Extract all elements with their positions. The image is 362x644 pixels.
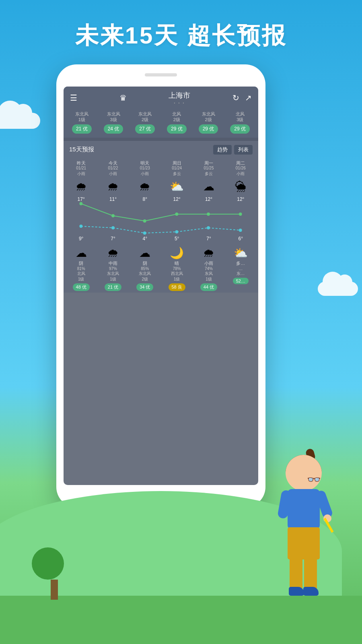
day-weather-4: 多云 bbox=[193, 171, 224, 177]
bottom-percent-2: 85% bbox=[129, 266, 161, 271]
page-dots: • • • bbox=[169, 101, 190, 105]
share-icon[interactable]: ↗ bbox=[245, 93, 252, 103]
menu-icon[interactable]: ☰ bbox=[70, 93, 77, 103]
svg-point-0 bbox=[79, 202, 82, 205]
bottom-wind-3: 西北风1级 bbox=[161, 271, 193, 282]
day-weather-3: 多云 bbox=[161, 171, 193, 177]
bottom-info-0: 阴 81% 北风1级 48 优 bbox=[65, 260, 97, 291]
bottom-info-1: 中雨 97% 东北风1级 21 优 bbox=[97, 260, 129, 291]
cloud-left bbox=[0, 113, 40, 129]
forecast-header: 15天预报 趋势 列表 bbox=[64, 141, 258, 158]
tree-top bbox=[32, 547, 64, 580]
day-col-5: 周二 01/26 小雨 bbox=[225, 160, 257, 177]
bottom-icon-5: ⛅ bbox=[225, 246, 257, 260]
svg-point-10 bbox=[207, 226, 210, 229]
cloud-right bbox=[318, 282, 358, 296]
weather-icon-1: 🌧 bbox=[97, 180, 129, 193]
day-date-4: 01/25 bbox=[193, 166, 224, 170]
day-date-5: 01/26 bbox=[225, 166, 257, 170]
day-col-1: 今天 01/22 小雨 bbox=[97, 160, 129, 177]
aqi-col-6: 北风3级 29 优 bbox=[225, 111, 255, 134]
forecast-title: 15天预报 bbox=[69, 146, 94, 153]
svg-point-4 bbox=[207, 213, 210, 216]
bottom-percent-1: 97% bbox=[97, 266, 129, 271]
day-col-4: 周一 01/25 多云 bbox=[193, 160, 224, 177]
crown-icon[interactable]: ♛ bbox=[119, 93, 127, 103]
tree-trunk bbox=[51, 580, 58, 600]
wind-6: 北风3级 bbox=[225, 111, 255, 123]
aqi-col-5: 东北风2级 29 优 bbox=[193, 111, 224, 134]
aqi-col-4: 北风2级 29 优 bbox=[162, 111, 192, 134]
day-col-3: 周日 01/24 多云 bbox=[161, 160, 193, 177]
bottom-name-3: 晴 bbox=[161, 260, 193, 266]
tab-list[interactable]: 列表 bbox=[234, 145, 253, 155]
aqi-badge-5: 29 优 bbox=[199, 124, 218, 134]
weather-icon-5: 🌦 bbox=[225, 180, 257, 193]
char-body bbox=[288, 489, 320, 529]
aqi-col-3: 东北风2级 27 优 bbox=[130, 111, 160, 134]
svg-point-7 bbox=[111, 226, 115, 229]
bottom-icon-3: 🌙 bbox=[161, 246, 193, 260]
aqi-col-1: 东北风1级 21 优 bbox=[67, 111, 97, 134]
wind-1: 东北风1级 bbox=[67, 111, 97, 123]
bottom-percent-4: 74% bbox=[193, 266, 224, 271]
bottom-badge-1: 21 优 bbox=[105, 283, 121, 291]
forecast-tabs: 趋势 列表 bbox=[213, 145, 253, 155]
bottom-badge-5: 52… bbox=[233, 278, 249, 284]
svg-point-2 bbox=[143, 219, 146, 223]
bottom-info-row: 阴 81% 北风1级 48 优 中雨 97% 东北风1级 21 优 阴 85% … bbox=[64, 260, 258, 293]
tree bbox=[44, 547, 64, 600]
bottom-info-3: 晴 78% 西北风1级 58 良 bbox=[161, 260, 193, 291]
bottom-name-4: 小雨 bbox=[193, 260, 224, 266]
tab-trend[interactable]: 趋势 bbox=[213, 145, 232, 155]
days-row: 昨天 01/21 小雨 今天 01/22 小雨 明天 01/23 小雨 周日 0… bbox=[64, 158, 258, 178]
character: 👓 bbox=[257, 455, 338, 608]
svg-point-5 bbox=[239, 213, 242, 216]
char-glasses: 👓 bbox=[307, 473, 321, 486]
bottom-wind-0: 北风1级 bbox=[65, 271, 97, 282]
weather-icon-2: 🌧 bbox=[129, 180, 161, 193]
bottom-badge-4: 44 优 bbox=[200, 283, 217, 291]
bottom-badge-2: 34 优 bbox=[136, 283, 153, 291]
weather-icon-3: ⛅ bbox=[161, 180, 193, 193]
day-weather-5: 小雨 bbox=[225, 171, 257, 177]
day-name-4: 周一 bbox=[193, 160, 224, 166]
aqi-badge-1: 21 优 bbox=[72, 124, 92, 134]
forecast-section: 15天预报 趋势 列表 昨天 01/21 小雨 今天 01/22 小雨 bbox=[64, 141, 258, 293]
day-col-2: 明天 01/23 小雨 bbox=[129, 160, 161, 177]
day-name-2: 明天 bbox=[129, 160, 161, 166]
phone-screen: ☰ ♛ 上海市 • • • ↻ ↗ 东北风1级 21 优 东北风3级 24 优 … bbox=[64, 87, 258, 485]
aqi-badge-6: 29 优 bbox=[230, 124, 250, 134]
svg-point-6 bbox=[79, 225, 82, 228]
bottom-name-2: 阴 bbox=[129, 260, 161, 266]
city-title: 上海市 bbox=[169, 91, 190, 100]
wind-4: 北风2级 bbox=[162, 111, 192, 123]
day-weather-1: 小雨 bbox=[97, 171, 129, 177]
phone-frame: ☰ ♛ 上海市 • • • ↻ ↗ 东北风1级 21 优 东北风3级 24 优 … bbox=[56, 64, 265, 507]
bottom-name-5: 多… bbox=[225, 260, 257, 266]
bottom-name-0: 阴 bbox=[65, 260, 97, 266]
bottom-wind-5: 东… bbox=[225, 271, 257, 277]
bottom-badge-0: 48 优 bbox=[73, 283, 90, 291]
aqi-col-2: 东北风3级 24 优 bbox=[99, 111, 129, 134]
refresh-icon[interactable]: ↻ bbox=[232, 93, 239, 103]
day-date-0: 01/21 bbox=[65, 166, 97, 170]
char-leg-right bbox=[304, 557, 317, 590]
bottom-percent-5: … bbox=[225, 266, 257, 271]
wind-3: 东北风2级 bbox=[130, 111, 160, 123]
day-weather-0: 小雨 bbox=[65, 171, 97, 177]
svg-point-8 bbox=[143, 231, 146, 235]
weather-icon-0: 🌧 bbox=[65, 180, 97, 193]
day-name-0: 昨天 bbox=[65, 160, 97, 166]
bottom-info-4: 小雨 74% 东风1级 44 优 bbox=[193, 260, 224, 291]
temp-chart-svg bbox=[65, 195, 257, 243]
day-name-5: 周二 bbox=[225, 160, 257, 166]
weather-icon-4: ☁ bbox=[193, 180, 224, 193]
phone-speaker bbox=[145, 73, 177, 76]
svg-point-9 bbox=[175, 230, 178, 233]
day-date-3: 01/24 bbox=[161, 166, 193, 170]
bottom-name-1: 中雨 bbox=[97, 260, 129, 266]
wind-5: 东北风2级 bbox=[193, 111, 224, 123]
aqi-badge-2: 24 优 bbox=[104, 124, 123, 134]
bottom-wind-4: 东风1级 bbox=[193, 271, 224, 282]
